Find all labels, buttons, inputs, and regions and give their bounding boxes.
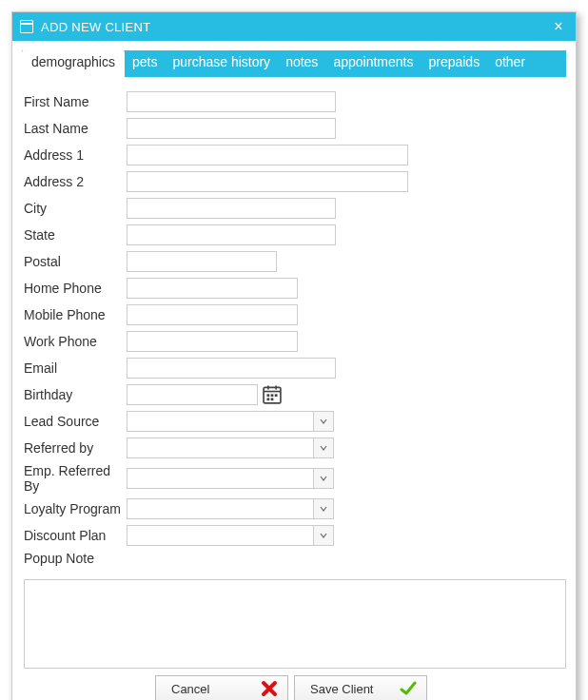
- email-field[interactable]: [127, 358, 336, 379]
- loyalty-program-label: Loyalty Program: [22, 501, 127, 516]
- referred-by-field[interactable]: [127, 438, 334, 458]
- referred-by-input[interactable]: [127, 438, 313, 458]
- check-icon: [400, 680, 417, 697]
- dialog-body: demographics pets purchase history notes…: [12, 41, 576, 700]
- chevron-down-icon[interactable]: [313, 525, 334, 546]
- popup-note-field[interactable]: [24, 579, 566, 669]
- save-client-button[interactable]: Save Client: [294, 675, 427, 700]
- tab-other[interactable]: other: [487, 50, 533, 77]
- city-label: City: [22, 201, 127, 216]
- emp-referred-by-input[interactable]: [127, 468, 313, 489]
- cancel-button-label: Cancel: [171, 682, 261, 696]
- tab-prepaids[interactable]: prepaids: [421, 50, 487, 77]
- lead-source-input[interactable]: [127, 411, 313, 432]
- dialog-window: ADD NEW CLIENT × demographics pets purch…: [11, 11, 577, 700]
- svg-rect-4: [267, 394, 270, 397]
- home-phone-field[interactable]: [127, 278, 298, 299]
- home-phone-label: Home Phone: [22, 281, 127, 296]
- last-name-field[interactable]: [127, 118, 336, 139]
- birthday-field[interactable]: [127, 384, 258, 405]
- tab-pets[interactable]: pets: [125, 50, 165, 77]
- emp-referred-by-field[interactable]: [127, 468, 334, 489]
- address1-field[interactable]: [127, 145, 408, 165]
- chevron-down-icon[interactable]: [313, 468, 334, 489]
- work-phone-field[interactable]: [127, 331, 298, 352]
- address2-field[interactable]: [127, 171, 408, 192]
- discount-plan-label: Discount Plan: [22, 528, 127, 543]
- button-row: Cancel Save Client: [155, 675, 566, 700]
- discount-plan-field[interactable]: [127, 525, 334, 546]
- last-name-label: Last Name: [22, 121, 127, 136]
- tab-purchase-history[interactable]: purchase history: [165, 50, 278, 77]
- popup-note-label: Popup Note: [22, 551, 94, 566]
- cancel-button[interactable]: Cancel: [155, 675, 288, 700]
- svg-rect-7: [267, 398, 270, 400]
- postal-label: Postal: [22, 254, 127, 269]
- svg-rect-6: [275, 394, 278, 397]
- address1-label: Address 1: [22, 147, 127, 163]
- chevron-down-icon[interactable]: [313, 498, 334, 519]
- tab-demographics[interactable]: demographics: [22, 50, 125, 77]
- referred-by-label: Referred by: [22, 440, 127, 456]
- mobile-phone-label: Mobile Phone: [22, 307, 127, 322]
- chevron-down-icon[interactable]: [313, 411, 334, 432]
- address2-label: Address 2: [22, 174, 127, 189]
- email-label: Email: [22, 360, 127, 376]
- emp-referred-by-label: Emp. Referred By: [22, 463, 127, 494]
- tab-appointments[interactable]: appointments: [325, 50, 421, 77]
- state-field[interactable]: [127, 224, 336, 245]
- cancel-icon: [261, 680, 278, 697]
- first-name-field[interactable]: [127, 91, 336, 112]
- save-client-button-label: Save Client: [310, 682, 400, 696]
- first-name-label: First Name: [22, 94, 127, 109]
- postal-field[interactable]: [127, 251, 277, 272]
- mobile-phone-field[interactable]: [127, 304, 298, 325]
- window-title: ADD NEW CLIENT: [41, 20, 549, 34]
- lead-source-field[interactable]: [127, 411, 334, 432]
- birthday-label: Birthday: [22, 387, 127, 402]
- work-phone-label: Work Phone: [22, 334, 127, 349]
- state-label: State: [22, 227, 127, 243]
- svg-rect-8: [271, 398, 274, 400]
- titlebar: ADD NEW CLIENT ×: [12, 12, 576, 41]
- city-field[interactable]: [127, 198, 336, 219]
- loyalty-program-input[interactable]: [127, 498, 313, 519]
- tab-notes[interactable]: notes: [278, 50, 325, 77]
- lead-source-label: Lead Source: [22, 414, 127, 429]
- form-area: First Name Last Name Address 1 Address 2…: [22, 77, 566, 700]
- loyalty-program-field[interactable]: [127, 498, 334, 519]
- svg-rect-5: [271, 394, 274, 397]
- chevron-down-icon[interactable]: [313, 438, 334, 458]
- tab-bar: demographics pets purchase history notes…: [22, 50, 566, 77]
- window-icon: [20, 20, 33, 33]
- calendar-icon[interactable]: [262, 384, 283, 405]
- close-icon[interactable]: ×: [549, 18, 568, 35]
- discount-plan-input[interactable]: [127, 525, 313, 546]
